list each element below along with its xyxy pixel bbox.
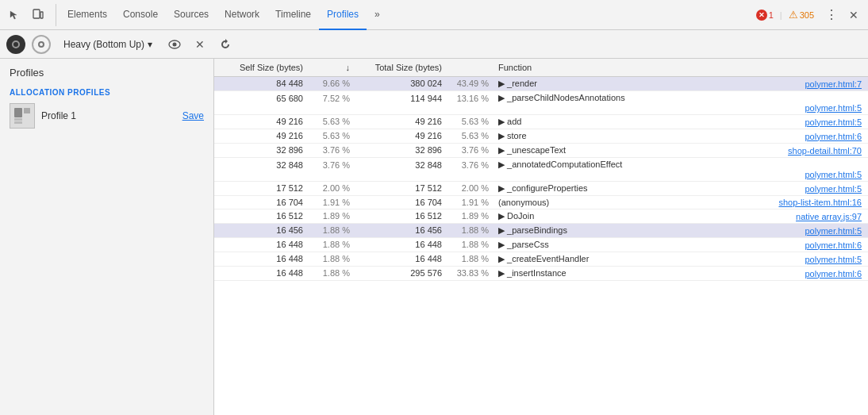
svg-rect-5 [14,118,22,121]
tab-console[interactable]: Console [115,0,166,30]
more-options-button[interactable]: ⋮ [820,4,843,26]
svg-point-3 [173,42,177,46]
error-icon: ✕ [756,10,767,21]
file-link[interactable]: native array.js:97 [796,212,862,221]
func-name: ▶ _parseCss [498,240,549,250]
allocation-profiles-header: ALLOCATION PROFILES [0,83,213,100]
col-total-size: Total Size (bytes) [353,61,448,74]
table-row[interactable]: 32 848 3.76 % 32 848 3.76 % ▶ _annotated… [214,158,868,182]
tab-timeline[interactable]: Timeline [267,0,319,30]
func-name: ▶ _configureProperties [498,183,588,194]
col-self-size-arrow: ↓ [309,61,353,74]
svg-rect-0 [33,10,40,18]
dropdown-label: Heavy (Bottom Up) [63,39,144,50]
file-link[interactable]: polymer.html:6 [805,269,862,279]
profile-toolbar: Heavy (Bottom Up) ▾ ✕ [0,30,868,59]
col-total-pct [448,61,492,74]
func-name: ▶ _createEventHandler [498,254,589,264]
file-link[interactable]: polymer.html:6 [805,132,862,141]
pointer-icon[interactable] [3,4,25,26]
record-button[interactable] [6,35,25,54]
func-name: ▶ _parseBindings [498,225,567,236]
tab-elements[interactable]: Elements [60,0,115,30]
file-link[interactable]: polymer.html:5 [498,170,862,179]
main-content: Profiles ALLOCATION PROFILES Profile 1 S… [0,59,868,415]
sidebar: Profiles ALLOCATION PROFILES Profile 1 S… [0,59,214,415]
table-row[interactable]: 16 448 1.88 % 16 448 1.88 % ▶ _createEve… [214,252,868,267]
table-row[interactable]: 49 216 5.63 % 49 216 5.63 % ▶ add polyme… [214,115,868,129]
file-link[interactable]: polymer.html:6 [805,240,862,250]
tab-profiles[interactable]: Profiles [319,0,367,30]
func-name: ▶ _unescapeText [498,145,566,156]
file-link[interactable]: polymer.html:5 [805,184,862,194]
refresh-button[interactable] [216,35,235,54]
table-row[interactable]: 16 456 1.88 % 16 456 1.88 % ▶ _parseBind… [214,224,868,238]
svg-rect-7 [24,108,30,113]
dropdown-arrow-icon: ▾ [148,39,152,50]
warn-count: 305 [800,10,814,20]
table-row[interactable]: 16 448 1.88 % 16 448 1.88 % ▶ _parseCss … [214,238,868,252]
file-link[interactable]: polymer.html:7 [805,79,862,89]
warn-icon: ⚠ [789,9,798,21]
table-header: Self Size (bytes) ↓ Total Size (bytes) F… [214,59,868,77]
func-name: ▶ DoJoin [498,211,534,221]
close-devtools-button[interactable]: ✕ [843,4,865,26]
col-self-size: Self Size (bytes) [214,61,309,74]
table-row[interactable]: 16 448 1.88 % 295 576 33.83 % ▶ _insertI… [214,267,868,281]
table-row[interactable]: 16 704 1.91 % 16 704 1.91 % (anonymous) … [214,196,868,209]
func-name: ▶ _insertInstance [498,268,567,279]
func-name: (anonymous) [498,198,549,207]
func-name: ▶ _annotatedComputationEffect [498,159,862,170]
tab-sources[interactable]: Sources [166,0,217,30]
col-function: Function [492,61,868,74]
file-link[interactable]: polymer.html:5 [805,255,862,264]
save-profile-link[interactable]: Save [182,110,204,121]
device-icon[interactable] [27,4,49,26]
svg-rect-6 [14,121,22,124]
table-row[interactable]: 16 512 1.89 % 16 512 1.89 % ▶ DoJoin nat… [214,209,868,224]
clear-button[interactable]: ✕ [190,35,209,54]
svg-rect-4 [14,108,22,117]
data-panel: Self Size (bytes) ↓ Total Size (bytes) F… [214,59,868,415]
profile-icon [10,103,35,129]
badge-area: ✕ 1 | ⚠ 305 [750,9,820,21]
table-row[interactable]: 17 512 2.00 % 17 512 2.00 % ▶ _configure… [214,182,868,196]
stop-button[interactable] [32,35,51,54]
func-name: ▶ _render [498,79,537,89]
file-link[interactable]: shop-detail.html:70 [788,146,862,156]
error-badge: ✕ 1 [756,10,774,21]
func-name: ▶ add [498,117,521,127]
file-link[interactable]: shop-list-item.html:16 [778,198,862,207]
file-link[interactable]: polymer.html:5 [805,226,862,236]
func-name: ▶ store [498,131,527,141]
table-row[interactable]: 84 448 9.66 % 380 024 43.49 % ▶ _render … [214,77,868,91]
svg-rect-1 [40,12,43,18]
warn-badge: ⚠ 305 [789,9,814,21]
table-body: 84 448 9.66 % 380 024 43.49 % ▶ _render … [214,77,868,415]
table-row[interactable]: 32 896 3.76 % 32 896 3.76 % ▶ _unescapeT… [214,144,868,158]
func-name: ▶ _parseChildNodesAnnotations [498,93,862,103]
view-dropdown[interactable]: Heavy (Bottom Up) ▾ [57,36,159,53]
profile-name: Profile 1 [41,110,76,121]
tab-network[interactable]: Network [217,0,267,30]
error-count: 1 [769,10,774,20]
profile-1-item[interactable]: Profile 1 Save [0,100,213,132]
tab-more[interactable]: » [367,0,388,30]
file-link[interactable]: polymer.html:5 [805,117,862,127]
file-link[interactable]: polymer.html:5 [498,103,862,113]
sidebar-title: Profiles [0,59,213,83]
top-toolbar: Elements Console Sources Network Timelin… [0,0,868,30]
table-row[interactable]: 49 216 5.63 % 49 216 5.63 % ▶ store poly… [214,129,868,144]
eye-button[interactable] [165,35,184,54]
devtools-icons [3,4,56,26]
table-row[interactable]: 65 680 7.52 % 114 944 13.16 % ▶ _parseCh… [214,91,868,115]
